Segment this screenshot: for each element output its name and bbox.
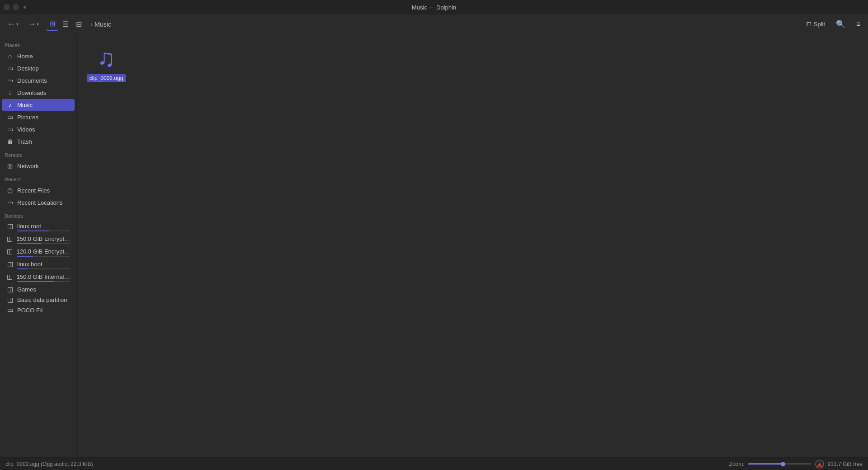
device-label-enc-150: 150.0 GiB Encrypted... <box>17 235 71 242</box>
sidebar-item-label-videos: Videos <box>17 126 70 133</box>
sidebar: Places ⌂Home▭Desktop▭Documents↓Downloads… <box>0 34 77 457</box>
forward-button[interactable]: → ▾ <box>24 18 42 31</box>
zoom-label: Zoom: <box>729 461 745 467</box>
sidebar-item-home[interactable]: ⌂Home <box>2 50 75 62</box>
poco-f4-icon: ▭ <box>6 306 14 314</box>
device-bar-enc-150 <box>17 243 70 244</box>
breadcrumb-current[interactable]: Music <box>94 21 111 28</box>
enc-150-icon: ◫ <box>6 235 13 242</box>
status-file-info: clip_0002.ogg (Ogg audio, 22.3 KiB) <box>5 461 726 467</box>
dot-indicator <box>24 6 26 9</box>
view-compact-button[interactable]: ⊟ <box>73 18 85 30</box>
back-button[interactable]: ← ▾ <box>4 18 22 31</box>
device-label-enc-120: 120.0 GiB Encrypted... <box>17 248 71 255</box>
file-area: ♫ clip_0002.ogg <box>77 34 868 457</box>
basic-data-icon: ◫ <box>6 296 14 303</box>
sidebar-item-pictures[interactable]: ▭Pictures <box>2 111 75 123</box>
device-label-linux-root: linux root <box>17 223 41 230</box>
enc-120-icon: ◫ <box>6 248 13 255</box>
sidebar-item-label-documents: Documents <box>17 77 70 84</box>
status-bar: clip_0002.ogg (Ogg audio, 22.3 KiB) Zoom… <box>0 457 868 470</box>
sidebar-item-downloads[interactable]: ↓Downloads <box>2 87 75 99</box>
device-item-poco-f4[interactable]: ▭POCO F4 <box>2 305 75 315</box>
window-controls[interactable] <box>4 4 26 10</box>
eject-icon <box>815 460 824 469</box>
split-label: Split <box>814 21 825 28</box>
device-bar-fill-enc-120 <box>17 256 33 257</box>
file-item[interactable]: ♫ clip_0002.ogg <box>86 43 127 82</box>
svg-marker-1 <box>817 462 822 466</box>
music-icon: ♪ <box>6 101 14 108</box>
sidebar-item-label-recent-files: Recent Files <box>17 187 70 194</box>
split-button[interactable]: ⧠ Split <box>802 19 829 29</box>
sidebar-item-label-recent-locations: Recent Locations <box>17 199 70 206</box>
recent-section-label: Recent <box>0 172 76 184</box>
minimize-button[interactable] <box>13 4 19 10</box>
hamburger-icon: ≡ <box>856 20 861 28</box>
zoom-slider-fill <box>748 463 783 465</box>
device-bar-fill-enc-150 <box>17 243 41 244</box>
split-icon: ⧠ <box>806 21 812 28</box>
sidebar-item-recent-files[interactable]: ◷Recent Files <box>2 184 75 196</box>
remote-section-label: Remote <box>0 148 76 160</box>
breadcrumb: › Music <box>90 20 801 28</box>
window-title: Music — Dolphin <box>412 4 456 11</box>
file-label: clip_0002.ogg <box>87 74 126 82</box>
device-label-internal-150: 150.0 GiB Internal D... <box>17 273 70 280</box>
home-icon: ⌂ <box>6 52 14 60</box>
sidebar-item-trash[interactable]: 🗑Trash <box>2 136 75 147</box>
device-item-linux-boot[interactable]: ◫linux boot <box>2 259 75 271</box>
device-item-basic-data[interactable]: ◫Basic data partition <box>2 295 75 305</box>
search-icon: 🔍 <box>836 20 845 28</box>
search-button[interactable]: 🔍 <box>832 18 849 31</box>
view-icons-button[interactable]: ⊞ <box>46 18 58 31</box>
toolbar-right: ⧠ Split 🔍 ≡ <box>802 18 864 31</box>
pictures-icon: ▭ <box>6 113 14 121</box>
back-icon: ← <box>7 19 15 29</box>
file-icon: ♫ <box>92 43 121 72</box>
device-item-enc-120[interactable]: ◫120.0 GiB Encrypted... <box>2 246 75 258</box>
desktop-icon: ▭ <box>6 65 14 72</box>
device-item-internal-150[interactable]: ◫150.0 GiB Internal D... <box>2 272 75 284</box>
device-bar-enc-120 <box>17 256 70 257</box>
device-item-games[interactable]: ◫Games <box>2 284 75 294</box>
view-list-button[interactable]: ☰ <box>59 18 72 30</box>
sidebar-item-label-home: Home <box>17 53 70 60</box>
title-bar: Music — Dolphin <box>0 0 868 14</box>
close-button[interactable] <box>4 4 10 10</box>
recent-locations-icon: ▭ <box>6 199 14 206</box>
sidebar-item-recent-locations[interactable]: ▭Recent Locations <box>2 197 75 208</box>
device-label-poco-f4: POCO F4 <box>17 307 43 314</box>
sidebar-item-music[interactable]: ♪Music <box>2 99 75 111</box>
network-icon: ◎ <box>6 162 14 169</box>
zoom-slider-thumb <box>781 462 785 466</box>
devices-section-label: Devices <box>0 209 76 221</box>
device-label-games: Games <box>17 286 36 293</box>
games-icon: ◫ <box>6 286 14 293</box>
zoom-slider[interactable] <box>748 463 811 465</box>
device-item-enc-150[interactable]: ◫150.0 GiB Encrypted... <box>2 234 75 246</box>
places-section-label: Places <box>0 38 76 50</box>
sidebar-item-documents[interactable]: ▭Documents <box>2 75 75 86</box>
internal-150-icon: ◫ <box>6 273 13 280</box>
device-bar-internal-150 <box>17 281 70 282</box>
back-dropdown-icon: ▾ <box>16 22 19 27</box>
sidebar-item-label-pictures: Pictures <box>17 114 70 121</box>
recent-files-icon: ◷ <box>6 187 14 194</box>
device-label-linux-boot: linux boot <box>17 261 42 268</box>
menu-button[interactable]: ≡ <box>853 18 864 31</box>
downloads-icon: ↓ <box>6 89 14 96</box>
device-bar-fill-internal-150 <box>17 281 54 282</box>
videos-icon: ▭ <box>6 126 14 133</box>
sidebar-item-videos[interactable]: ▭Videos <box>2 123 75 135</box>
eject-area <box>815 460 824 469</box>
device-label-basic-data: Basic data partition <box>17 296 67 303</box>
forward-dropdown-icon: ▾ <box>37 22 39 27</box>
device-item-linux-root[interactable]: ◫linux root <box>2 221 75 233</box>
sidebar-item-label-trash: Trash <box>17 138 70 145</box>
trash-icon: 🗑 <box>6 138 14 145</box>
documents-icon: ▭ <box>6 77 14 84</box>
sidebar-item-desktop[interactable]: ▭Desktop <box>2 62 75 74</box>
view-mode-group: ⊞ ☰ ⊟ <box>46 18 85 31</box>
sidebar-item-network[interactable]: ◎Network <box>2 160 75 172</box>
